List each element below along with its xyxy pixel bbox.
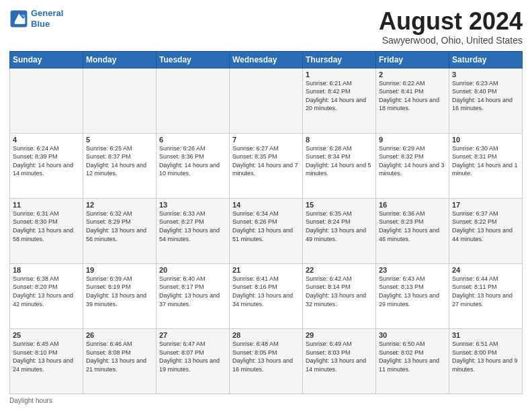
day-info: Sunrise: 6:48 AMSunset: 8:05 PMDaylight:… [232, 340, 300, 373]
day-number: 7 [232, 136, 300, 144]
day-number: 28 [232, 331, 300, 339]
day-info: Sunrise: 6:22 AMSunset: 8:41 PMDaylight:… [379, 79, 446, 113]
page: General Blue August 2024 Sawyerwood, Ohi… [0, 0, 532, 411]
day-info: Sunrise: 6:28 AMSunset: 8:34 PMDaylight:… [306, 144, 373, 178]
col-monday: Monday [83, 51, 157, 68]
table-row: 26Sunrise: 6:46 AMSunset: 8:08 PMDayligh… [83, 328, 157, 394]
day-info: Sunrise: 6:40 AMSunset: 8:17 PMDaylight:… [159, 275, 226, 308]
day-number: 24 [452, 266, 519, 274]
day-number: 27 [159, 331, 226, 339]
logo-line2: Blue [31, 19, 50, 29]
table-row: 14Sunrise: 6:34 AMSunset: 8:26 PMDayligh… [230, 198, 303, 263]
day-info: Sunrise: 6:32 AMSunset: 8:29 PMDaylight:… [86, 210, 153, 243]
table-row: 18Sunrise: 6:38 AMSunset: 8:20 PMDayligh… [10, 263, 83, 328]
footer-note: Daylight hours [9, 397, 523, 404]
day-info: Sunrise: 6:50 AMSunset: 8:02 PMDaylight:… [379, 340, 446, 373]
table-row: 16Sunrise: 6:36 AMSunset: 8:23 PMDayligh… [376, 198, 449, 263]
day-info: Sunrise: 6:24 AMSunset: 8:39 PMDaylight:… [13, 144, 80, 178]
day-number: 29 [306, 331, 373, 339]
day-number: 14 [232, 201, 300, 209]
logo-icon [9, 9, 28, 28]
day-number: 23 [379, 266, 446, 274]
col-saturday: Saturday [449, 51, 523, 68]
day-info: Sunrise: 6:47 AMSunset: 8:07 PMDaylight:… [159, 340, 226, 373]
day-info: Sunrise: 6:29 AMSunset: 8:32 PMDaylight:… [379, 144, 446, 178]
table-row: 4Sunrise: 6:24 AMSunset: 8:39 PMDaylight… [10, 133, 83, 198]
day-number: 2 [379, 71, 446, 79]
day-info: Sunrise: 6:49 AMSunset: 8:03 PMDaylight:… [306, 340, 373, 373]
day-info: Sunrise: 6:25 AMSunset: 8:37 PMDaylight:… [86, 144, 153, 178]
day-info: Sunrise: 6:23 AMSunset: 8:40 PMDaylight:… [452, 79, 519, 113]
header: General Blue August 2024 Sawyerwood, Ohi… [9, 8, 523, 46]
day-info: Sunrise: 6:37 AMSunset: 8:22 PMDaylight:… [452, 210, 519, 243]
day-number: 25 [13, 331, 80, 339]
day-info: Sunrise: 6:46 AMSunset: 8:08 PMDaylight:… [86, 340, 153, 373]
day-info: Sunrise: 6:21 AMSunset: 8:42 PMDaylight:… [306, 79, 373, 113]
title-block: August 2024 Sawyerwood, Ohio, United Sta… [379, 8, 523, 46]
table-row: 25Sunrise: 6:45 AMSunset: 8:10 PMDayligh… [10, 328, 83, 394]
day-info: Sunrise: 6:42 AMSunset: 8:14 PMDaylight:… [306, 275, 373, 308]
day-number: 4 [13, 136, 80, 144]
day-number: 3 [452, 71, 519, 79]
table-row: 20Sunrise: 6:40 AMSunset: 8:17 PMDayligh… [157, 263, 230, 328]
day-number: 1 [306, 71, 373, 79]
table-row: 7Sunrise: 6:27 AMSunset: 8:35 PMDaylight… [230, 133, 303, 198]
table-row: 1Sunrise: 6:21 AMSunset: 8:42 PMDaylight… [303, 68, 376, 133]
day-info: Sunrise: 6:43 AMSunset: 8:13 PMDaylight:… [379, 275, 446, 308]
day-info: Sunrise: 6:27 AMSunset: 8:35 PMDaylight:… [232, 144, 300, 178]
col-wednesday: Wednesday [230, 51, 303, 68]
day-number: 30 [379, 331, 446, 339]
table-row: 2Sunrise: 6:22 AMSunset: 8:41 PMDaylight… [376, 68, 449, 133]
table-row: 29Sunrise: 6:49 AMSunset: 8:03 PMDayligh… [303, 328, 376, 394]
day-info: Sunrise: 6:39 AMSunset: 8:19 PMDaylight:… [86, 275, 153, 308]
day-info: Sunrise: 6:34 AMSunset: 8:26 PMDaylight:… [232, 210, 300, 243]
col-thursday: Thursday [303, 51, 376, 68]
day-number: 5 [86, 136, 153, 144]
day-number: 13 [159, 201, 226, 209]
day-number: 11 [13, 201, 80, 209]
day-info: Sunrise: 6:45 AMSunset: 8:10 PMDaylight:… [13, 340, 80, 373]
table-row: 8Sunrise: 6:28 AMSunset: 8:34 PMDaylight… [303, 133, 376, 198]
table-row [230, 68, 303, 133]
day-info: Sunrise: 6:41 AMSunset: 8:16 PMDaylight:… [232, 275, 300, 308]
calendar-header: Sunday Monday Tuesday Wednesday Thursday… [10, 51, 523, 68]
logo-line1: General [31, 8, 63, 18]
table-row [83, 68, 157, 133]
table-row: 17Sunrise: 6:37 AMSunset: 8:22 PMDayligh… [449, 198, 523, 263]
col-friday: Friday [376, 51, 449, 68]
table-row: 21Sunrise: 6:41 AMSunset: 8:16 PMDayligh… [230, 263, 303, 328]
day-info: Sunrise: 6:31 AMSunset: 8:30 PMDaylight:… [13, 210, 80, 243]
day-number: 20 [159, 266, 226, 274]
day-info: Sunrise: 6:38 AMSunset: 8:20 PMDaylight:… [13, 275, 80, 308]
day-info: Sunrise: 6:44 AMSunset: 8:11 PMDaylight:… [452, 275, 519, 308]
day-number: 26 [86, 331, 153, 339]
day-number: 17 [452, 201, 519, 209]
col-tuesday: Tuesday [157, 51, 230, 68]
month-title: August 2024 [379, 8, 523, 35]
day-number: 8 [306, 136, 373, 144]
calendar-table: Sunday Monday Tuesday Wednesday Thursday… [9, 51, 523, 394]
table-row: 10Sunrise: 6:30 AMSunset: 8:31 PMDayligh… [449, 133, 523, 198]
table-row: 11Sunrise: 6:31 AMSunset: 8:30 PMDayligh… [10, 198, 83, 263]
day-number: 15 [306, 201, 373, 209]
table-row: 23Sunrise: 6:43 AMSunset: 8:13 PMDayligh… [376, 263, 449, 328]
table-row: 12Sunrise: 6:32 AMSunset: 8:29 PMDayligh… [83, 198, 157, 263]
day-number: 18 [13, 266, 80, 274]
day-number: 12 [86, 201, 153, 209]
table-row: 3Sunrise: 6:23 AMSunset: 8:40 PMDaylight… [449, 68, 523, 133]
day-info: Sunrise: 6:51 AMSunset: 8:00 PMDaylight:… [452, 340, 519, 373]
day-number: 22 [306, 266, 373, 274]
table-row: 22Sunrise: 6:42 AMSunset: 8:14 PMDayligh… [303, 263, 376, 328]
day-number: 31 [452, 331, 519, 339]
table-row [157, 68, 230, 133]
day-number: 9 [379, 136, 446, 144]
calendar-body: 1Sunrise: 6:21 AMSunset: 8:42 PMDaylight… [10, 68, 523, 394]
table-row: 5Sunrise: 6:25 AMSunset: 8:37 PMDaylight… [83, 133, 157, 198]
day-info: Sunrise: 6:26 AMSunset: 8:36 PMDaylight:… [159, 144, 226, 178]
day-number: 19 [86, 266, 153, 274]
day-number: 10 [452, 136, 519, 144]
table-row: 15Sunrise: 6:35 AMSunset: 8:24 PMDayligh… [303, 198, 376, 263]
day-number: 21 [232, 266, 300, 274]
table-row: 24Sunrise: 6:44 AMSunset: 8:11 PMDayligh… [449, 263, 523, 328]
day-info: Sunrise: 6:30 AMSunset: 8:31 PMDaylight:… [452, 144, 519, 178]
